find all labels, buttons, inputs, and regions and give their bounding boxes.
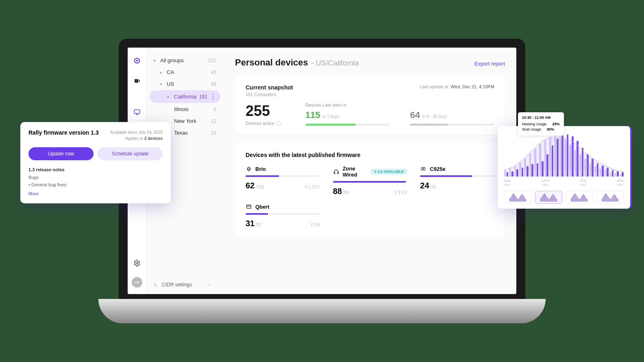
svg-rect-3	[139, 80, 139, 82]
logo-icon[interactable]	[131, 54, 144, 67]
device-icon	[246, 203, 252, 210]
update-now-button[interactable]: Update now	[28, 147, 94, 160]
tree-item-california[interactable]: ▸California151⋮	[150, 90, 220, 103]
firmware-item-zone-wired[interactable]: Zone WiredV 3.5 AVAILABLE88/89V 3.4.2	[333, 166, 407, 196]
snapshot-card: Current snapshot 151 Computers Last upda…	[235, 75, 505, 135]
last-update: Last update at Wed, Dec 21, 4:18PM	[420, 84, 494, 89]
svg-rect-10	[247, 205, 251, 208]
release-notes-bugs: Bugs	[28, 174, 163, 181]
devices-active-label: Devices activei	[246, 121, 281, 126]
export-report-link[interactable]: Export report	[474, 61, 505, 67]
arrow-right-icon: →	[206, 282, 211, 288]
device-icon	[246, 166, 252, 172]
monitor-icon[interactable]	[131, 105, 144, 118]
cidr-settings-link[interactable]: CIDR settings →	[153, 282, 211, 288]
device-icon	[333, 168, 339, 175]
chart-thumb[interactable]	[596, 191, 624, 204]
last-seen-label: Devices Last seen in	[305, 102, 494, 107]
svg-rect-2	[135, 79, 138, 83]
svg-rect-8	[422, 168, 425, 170]
settings-icon[interactable]	[131, 257, 144, 270]
main-content: Personal devices - US/California Export …	[224, 48, 516, 294]
svg-rect-4	[134, 110, 140, 113]
more-link[interactable]: More	[28, 191, 163, 196]
schedule-update-button[interactable]: Schedule update	[98, 147, 163, 160]
firmware-section-title: Devices with the latest published firmwa…	[246, 152, 494, 158]
firmware-popup-title: Rally firmware version 1.3	[28, 129, 99, 136]
tree-item-us[interactable]: ▾US89	[150, 79, 220, 89]
devices-icon[interactable]	[131, 74, 144, 87]
chart-thumbnails	[504, 191, 624, 204]
breadcrumb: - US/California	[311, 59, 359, 68]
devices-active-count: 255	[246, 104, 281, 118]
avatar[interactable]: AB	[132, 277, 142, 288]
more-icon[interactable]: ⋮	[210, 93, 216, 100]
release-notes-title: 1.3 release notes	[28, 166, 163, 174]
seen-7days: 115in 7 days	[305, 110, 390, 120]
svg-point-7	[248, 167, 250, 169]
firmware-item-brio[interactable]: Brio62/120V 1.23.2	[246, 166, 320, 196]
chart-thumb[interactable]	[566, 191, 593, 204]
info-icon[interactable]: i	[276, 121, 281, 126]
tree-item-ca[interactable]: ▸CA45	[150, 67, 220, 78]
firmware-item-c925e[interactable]: C925e24/32	[420, 166, 494, 196]
chart-thumb[interactable]	[535, 191, 563, 204]
chart-thumb[interactable]	[504, 191, 532, 204]
svg-point-6	[136, 262, 138, 264]
version-available-badge: V 3.5 AVAILABLE	[371, 169, 407, 174]
tree-item-all-groups[interactable]: ▾All groups202	[150, 55, 220, 66]
seen-30days: 64in 8 - 30 days	[410, 110, 494, 120]
snapshot-title: Current snapshot	[246, 84, 293, 91]
device-icon	[420, 166, 426, 172]
firmware-card: Devices with the latest published firmwa…	[235, 143, 505, 237]
release-notes-item: • General bug fixes	[28, 181, 163, 189]
firmware-popup-meta: Available since July 24, 2018 Applies to…	[110, 129, 163, 142]
usage-chart-popup: 10:30 - 11:00 AM Meeting Usage28% Seat U…	[498, 126, 632, 209]
firmware-item-qbert[interactable]: Qbert31/97V 2.4	[246, 203, 320, 228]
svg-point-9	[423, 168, 424, 170]
tree-item-illinois[interactable]: Illinois8	[150, 104, 220, 115]
page-title: Personal devices	[235, 57, 308, 68]
svg-point-1	[136, 60, 138, 62]
snapshot-subtitle: 151 Computers	[246, 92, 293, 97]
firmware-update-popup: Rally firmware version 1.3 Available sin…	[20, 122, 171, 203]
usage-chart	[504, 132, 624, 177]
